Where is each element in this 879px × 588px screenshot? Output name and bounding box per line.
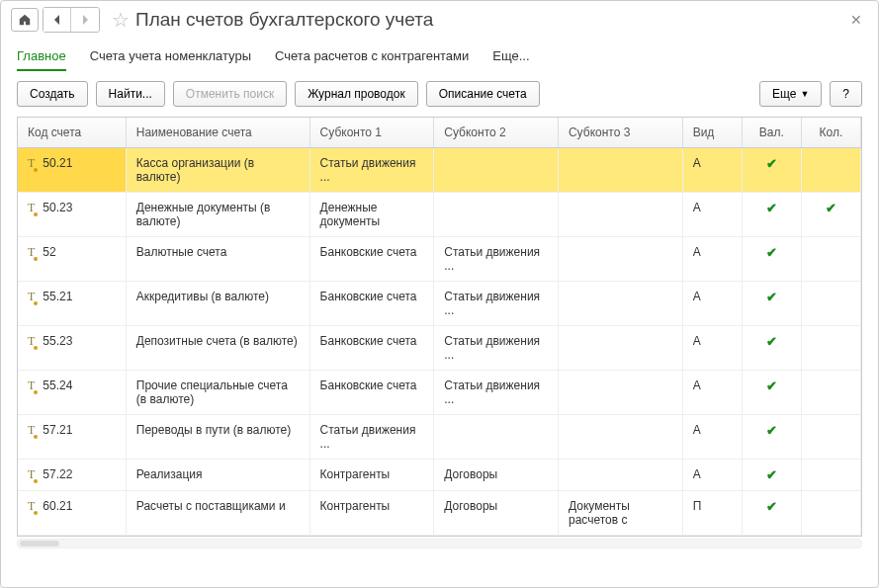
home-button[interactable] — [11, 8, 39, 32]
create-button[interactable]: Создать — [17, 81, 88, 107]
cell-code: 55.23 — [43, 334, 72, 348]
cell-sub2: Договоры — [434, 491, 559, 536]
cell-val: ✔ — [742, 415, 801, 460]
cell-code: 55.24 — [43, 378, 72, 392]
table-row[interactable]: T57.21Переводы в пути (в валюте)Статьи д… — [18, 415, 861, 460]
cell-sub3 — [558, 282, 682, 326]
find-button[interactable]: Найти... — [96, 81, 165, 107]
table-row[interactable]: T55.23Депозитные счета (в валюте)Банковс… — [18, 326, 861, 371]
cell-code: 50.23 — [43, 201, 72, 214]
cell-val: ✔ — [742, 237, 801, 282]
cell-qty: ✔ — [801, 193, 860, 237]
arrow-left-icon — [51, 14, 63, 26]
cell-val: ✔ — [742, 193, 801, 237]
col-header-sub3[interactable]: Субконто 3 — [558, 118, 682, 148]
account-icon: T — [28, 378, 35, 393]
cell-kind: А — [682, 326, 742, 371]
cell-val: ✔ — [742, 326, 801, 371]
table-row[interactable]: T50.21Касса организации (в валюте)Статьи… — [18, 148, 861, 193]
cell-sub2 — [434, 415, 559, 460]
cell-qty — [801, 326, 860, 371]
cell-code: 50.21 — [43, 156, 72, 170]
cell-val: ✔ — [742, 371, 801, 415]
nav-history — [43, 7, 100, 33]
account-icon: T — [28, 156, 35, 171]
cell-kind: А — [682, 148, 742, 193]
cell-sub2: Статьи движения ... — [434, 282, 559, 326]
cell-kind: А — [682, 415, 742, 460]
tab-0[interactable]: Главное — [17, 42, 66, 71]
account-icon: T — [28, 245, 35, 260]
cell-sub1: Статьи движения ... — [309, 415, 434, 460]
scrollbar-thumb[interactable] — [20, 541, 59, 546]
cell-sub3 — [558, 460, 682, 491]
account-icon: T — [28, 423, 35, 438]
col-header-kind[interactable]: Вид — [682, 118, 742, 148]
forward-button[interactable] — [71, 8, 99, 32]
accounts-table: Код счета Наименование счета Субконто 1 … — [18, 118, 861, 536]
col-header-qty[interactable]: Кол. — [801, 118, 860, 148]
cell-code: 60.21 — [43, 499, 72, 513]
table-row[interactable]: T52Валютные счетаБанковские счетаСтатьи … — [18, 237, 861, 282]
table-row[interactable]: T60.21Расчеты с поставщиками иКонтрагент… — [18, 491, 861, 536]
cell-sub1: Банковские счета — [309, 237, 434, 282]
col-header-sub1[interactable]: Субконто 1 — [309, 118, 434, 148]
cell-sub1: Банковские счета — [309, 326, 434, 371]
cell-qty — [801, 237, 860, 282]
cell-sub2: Статьи движения ... — [434, 237, 559, 282]
tab-1[interactable]: Счета учета номенклатуры — [90, 42, 251, 71]
table-row[interactable]: T55.21Аккредитивы (в валюте)Банковские с… — [18, 282, 861, 326]
page-title: План счетов бухгалтерского учета — [135, 9, 433, 31]
help-button[interactable]: ? — [830, 81, 862, 107]
col-header-val[interactable]: Вал. — [742, 118, 801, 148]
check-icon: ✔ — [766, 423, 777, 438]
tab-3[interactable]: Еще... — [492, 42, 529, 71]
cell-name: Аккредитивы (в валюте) — [126, 282, 309, 326]
favorite-star-icon[interactable]: ☆ — [112, 8, 130, 32]
cell-name: Денежные документы (в валюте) — [126, 193, 309, 237]
cell-qty — [801, 415, 860, 460]
cancel-search-button: Отменить поиск — [173, 81, 287, 107]
cell-qty — [801, 148, 860, 193]
journal-button[interactable]: Журнал проводок — [295, 81, 418, 107]
cell-sub3 — [558, 326, 682, 371]
cell-sub3 — [558, 148, 682, 193]
cell-sub3: Документы расчетов с — [558, 491, 682, 536]
check-icon: ✔ — [766, 378, 777, 393]
tab-2[interactable]: Счета расчетов с контрагентами — [275, 42, 469, 71]
table-row[interactable]: T50.23Денежные документы (в валюте)Денеж… — [18, 193, 861, 237]
horizontal-scrollbar[interactable] — [17, 539, 862, 548]
table-header-row: Код счета Наименование счета Субконто 1 … — [18, 118, 861, 148]
account-icon: T — [28, 499, 35, 514]
table-row[interactable]: T57.22РеализацияКонтрагентыДоговорыА✔ — [18, 460, 861, 491]
check-icon: ✔ — [766, 245, 777, 260]
col-header-code[interactable]: Код счета — [18, 118, 126, 148]
check-icon: ✔ — [826, 201, 836, 215]
table-row[interactable]: T55.24Прочие специальные счета (в валюте… — [18, 371, 861, 415]
check-icon: ✔ — [766, 499, 777, 514]
cell-sub3 — [558, 415, 682, 460]
account-icon: T — [28, 201, 35, 215]
cell-kind: А — [682, 237, 742, 282]
col-header-sub2[interactable]: Субконто 2 — [434, 118, 559, 148]
col-header-name[interactable]: Наименование счета — [126, 118, 309, 148]
cell-val: ✔ — [742, 491, 801, 536]
cell-kind: А — [682, 282, 742, 326]
check-icon: ✔ — [766, 467, 777, 482]
cell-sub2 — [434, 193, 559, 237]
toolbar: Создать Найти... Отменить поиск Журнал п… — [1, 71, 878, 117]
cell-sub1: Денежные документы — [309, 193, 434, 237]
more-button[interactable]: Еще▼ — [759, 81, 822, 107]
account-icon: T — [28, 467, 35, 482]
cell-val: ✔ — [742, 460, 801, 491]
cell-sub1: Контрагенты — [309, 460, 434, 491]
tab-bar: ГлавноеСчета учета номенклатурыСчета рас… — [1, 35, 878, 71]
back-button[interactable] — [44, 8, 71, 32]
cell-name: Валютные счета — [126, 237, 309, 282]
check-icon: ✔ — [766, 334, 777, 349]
cell-val: ✔ — [742, 148, 801, 193]
description-button[interactable]: Описание счета — [426, 81, 540, 107]
chevron-down-icon: ▼ — [800, 89, 809, 99]
close-button[interactable]: ✕ — [844, 12, 868, 28]
cell-sub3 — [558, 193, 682, 237]
